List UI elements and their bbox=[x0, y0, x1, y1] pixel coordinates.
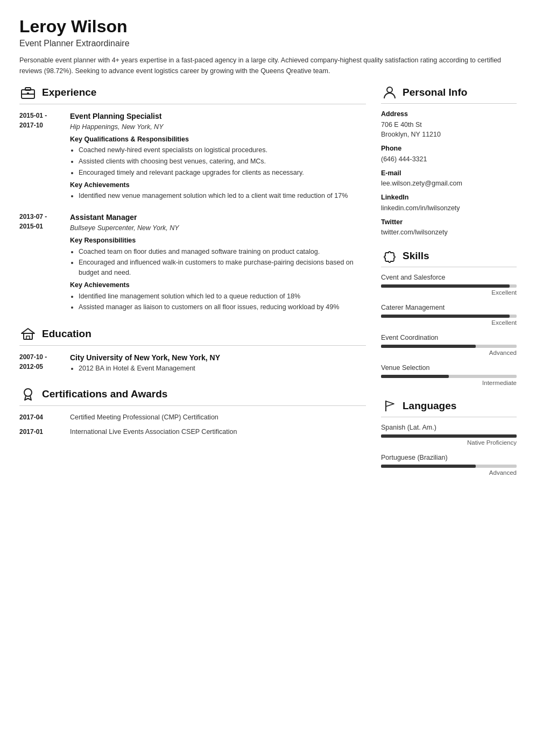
experience-header: Experience bbox=[19, 84, 366, 104]
skill-caterer-name: Caterer Management bbox=[381, 303, 517, 313]
exp1-sub2-heading: Key Achievements bbox=[70, 180, 366, 190]
exp2-sub2-heading: Key Achievements bbox=[70, 280, 366, 290]
exp1-title: Event Planning Specialist bbox=[70, 111, 366, 122]
experience-icon bbox=[19, 84, 37, 101]
skill-venue-bar-fill bbox=[381, 375, 449, 378]
edu1-school: City University of New York, New York, N… bbox=[70, 352, 220, 363]
education-title: Education bbox=[42, 326, 91, 342]
phone-label: Phone bbox=[381, 144, 517, 154]
personal-info-fields: Address 706 E 40th StBrooklyn, NY 11210 … bbox=[381, 109, 517, 238]
exp2-achiev-list: Identified line management solution whic… bbox=[70, 291, 366, 313]
list-item: Identified new venue management solution… bbox=[79, 191, 366, 201]
skill-venue-bar-bg bbox=[381, 375, 517, 378]
lang-portuguese-bar-fill bbox=[381, 465, 476, 468]
address-label: Address bbox=[381, 109, 517, 119]
education-header: Education bbox=[19, 325, 366, 346]
skill-event-coord: Event Coordination Advanced bbox=[381, 333, 517, 358]
left-column: Experience 2015-01 -2017-10 Event Planni… bbox=[19, 84, 366, 487]
lang-spanish-bar-bg bbox=[381, 434, 517, 438]
lang-portuguese-bar-bg bbox=[381, 465, 517, 468]
certifications-title: Certifications and Awards bbox=[42, 387, 167, 402]
experience-section: Experience 2015-01 -2017-10 Event Planni… bbox=[19, 84, 366, 313]
exp1-resp-list: Coached newly-hired event specialists on… bbox=[70, 145, 366, 177]
cert1-date: 2017-04 bbox=[19, 412, 62, 423]
education-icon bbox=[19, 325, 37, 343]
languages-icon bbox=[381, 397, 398, 415]
exp1-body: Event Planning Specialist Hip Happenings… bbox=[70, 111, 366, 202]
skills-icon bbox=[381, 247, 398, 265]
languages-header: Languages bbox=[381, 397, 517, 417]
certifications-header: Certifications and Awards bbox=[19, 386, 366, 406]
list-item: Coached newly-hired event specialists on… bbox=[79, 145, 366, 155]
list-item: Identified line management solution whic… bbox=[79, 291, 366, 302]
experience-entry-1: 2015-01 -2017-10 Event Planning Speciali… bbox=[19, 111, 366, 202]
edu-entry-1: 2007-10 -2012-05 City University of New … bbox=[19, 352, 366, 374]
edu1-dates: 2007-10 -2012-05 bbox=[19, 352, 62, 374]
exp1-company: Hip Happenings, New York, NY bbox=[70, 122, 366, 132]
header: Leroy Wilson Event Planner Extraordinair… bbox=[19, 17, 517, 76]
skill-event-coord-level: Advanced bbox=[381, 348, 517, 358]
lang-portuguese: Portuguese (Brazilian) Advanced bbox=[381, 453, 517, 477]
experience-entry-2: 2013-07 -2015-01 Assistant Manager Bulls… bbox=[19, 212, 366, 313]
cert-entry-2: 2017-01 International Live Events Associ… bbox=[19, 427, 366, 437]
candidate-name: Leroy Wilson bbox=[19, 17, 517, 36]
exp2-company: Bullseye Supercenter, New York, NY bbox=[70, 223, 366, 233]
skill-event-coord-bar-fill bbox=[381, 345, 476, 348]
skill-caterer-bar-fill bbox=[381, 315, 510, 318]
personal-info-title: Personal Info bbox=[403, 85, 467, 101]
skill-event-coord-bar-bg bbox=[381, 345, 517, 348]
skill-cvent-bar-fill bbox=[381, 284, 510, 288]
exp2-body: Assistant Manager Bullseye Supercenter, … bbox=[70, 212, 366, 313]
list-item: Assisted clients with choosing best venu… bbox=[79, 156, 366, 167]
cert2-desc: International Live Events Association CS… bbox=[70, 427, 237, 437]
list-item: Assisted manager as liaison to customers… bbox=[79, 302, 366, 312]
certifications-section: Certifications and Awards 2017-04 Certif… bbox=[19, 386, 366, 437]
email-label: E-mail bbox=[381, 168, 517, 179]
svg-marker-4 bbox=[22, 329, 34, 333]
cert2-date: 2017-01 bbox=[19, 427, 62, 437]
skill-cvent: Cvent and Salesforce Excellent bbox=[381, 273, 517, 297]
twitter-value: twitter.com/lwilsonzety bbox=[381, 227, 517, 238]
personal-info-section: Personal Info Address 706 E 40th StBrook… bbox=[381, 84, 517, 238]
skill-caterer: Caterer Management Excellent bbox=[381, 303, 517, 327]
email-value: lee.wilson.zety@gmail.com bbox=[381, 179, 517, 189]
personal-info-header: Personal Info bbox=[381, 84, 517, 104]
skill-event-coord-name: Event Coordination bbox=[381, 333, 517, 343]
skill-cvent-level: Excellent bbox=[381, 288, 517, 297]
skills-header: Skills bbox=[381, 247, 517, 267]
edu1-items: 2012 BA in Hotel & Event Management bbox=[70, 363, 220, 374]
edu1-body: City University of New York, New York, N… bbox=[70, 352, 220, 374]
exp1-dates: 2015-01 -2017-10 bbox=[19, 111, 62, 202]
skills-title: Skills bbox=[403, 248, 429, 264]
svg-point-7 bbox=[24, 389, 32, 396]
lang-portuguese-level: Advanced bbox=[381, 468, 517, 477]
exp2-sub1-heading: Key Responsibilities bbox=[70, 236, 366, 246]
certifications-icon bbox=[19, 386, 37, 403]
main-content: Experience 2015-01 -2017-10 Event Planni… bbox=[19, 84, 517, 487]
skill-venue-level: Intermediate bbox=[381, 379, 517, 388]
lang-spanish-name: Spanish (Lat. Am.) bbox=[381, 423, 517, 433]
personal-info-icon bbox=[381, 84, 398, 101]
address-value: 706 E 40th StBrooklyn, NY 11210 bbox=[381, 120, 517, 140]
languages-title: Languages bbox=[403, 398, 456, 414]
exp2-resp-list: Coached team on floor duties and managed… bbox=[70, 247, 366, 278]
svg-point-8 bbox=[387, 87, 392, 92]
lang-spanish: Spanish (Lat. Am.) Native Proficiency bbox=[381, 423, 517, 447]
skill-caterer-level: Excellent bbox=[381, 318, 517, 327]
candidate-subtitle: Event Planner Extraordinaire bbox=[19, 37, 517, 50]
languages-section: Languages Spanish (Lat. Am.) Native Prof… bbox=[381, 397, 517, 477]
twitter-label: Twitter bbox=[381, 217, 517, 227]
exp1-achiev-list: Identified new venue management solution… bbox=[70, 191, 366, 201]
exp2-dates: 2013-07 -2015-01 bbox=[19, 212, 62, 313]
skill-cvent-name: Cvent and Salesforce bbox=[381, 273, 517, 283]
cert1-desc: Certified Meeting Professional (CMP) Cer… bbox=[70, 412, 218, 423]
lang-spanish-level: Native Proficiency bbox=[381, 438, 517, 447]
svg-marker-10 bbox=[386, 401, 394, 406]
experience-title: Experience bbox=[42, 85, 96, 101]
skill-caterer-bar-bg bbox=[381, 315, 517, 318]
linkedin-label: LinkedIn bbox=[381, 192, 517, 203]
skill-venue-name: Venue Selection bbox=[381, 363, 517, 373]
exp1-sub1-heading: Key Qualifications & Responsibilities bbox=[70, 134, 366, 145]
list-item: Encouraged timely and relevant package u… bbox=[79, 168, 366, 178]
right-column: Personal Info Address 706 E 40th StBrook… bbox=[381, 84, 517, 487]
